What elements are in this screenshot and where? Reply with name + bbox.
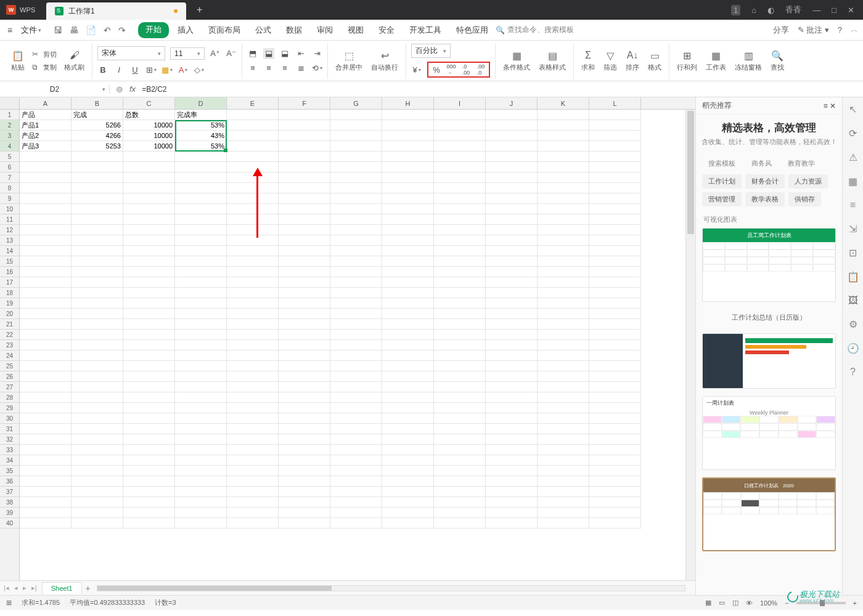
- tab-dev-tools[interactable]: 开发工具: [403, 22, 448, 38]
- cell[interactable]: [279, 120, 330, 131]
- sum-button[interactable]: Σ求和: [579, 48, 597, 73]
- cell[interactable]: [123, 330, 175, 340]
- cell[interactable]: [20, 518, 72, 529]
- cell[interactable]: [123, 152, 175, 162]
- cell[interactable]: [175, 351, 227, 361]
- cell[interactable]: [227, 508, 279, 518]
- col-header[interactable]: D: [175, 97, 227, 109]
- cell[interactable]: [330, 487, 382, 497]
- cell[interactable]: [486, 361, 538, 371]
- cell[interactable]: [123, 518, 175, 529]
- cell[interactable]: [279, 319, 330, 330]
- hamburger-icon[interactable]: ≡: [5, 23, 15, 38]
- cell[interactable]: [279, 235, 330, 246]
- cell[interactable]: [538, 246, 589, 256]
- help-rail-icon[interactable]: ?: [850, 367, 856, 378]
- cell[interactable]: [123, 246, 175, 256]
- view-page-icon[interactable]: ▭: [719, 599, 725, 607]
- cell[interactable]: [20, 267, 72, 277]
- cell[interactable]: [382, 351, 434, 361]
- decrease-decimal-icon[interactable]: .00.0: [475, 64, 486, 75]
- cell[interactable]: [20, 455, 72, 466]
- cell[interactable]: [20, 319, 72, 330]
- increase-decimal-icon[interactable]: .0.00: [460, 64, 472, 75]
- cell[interactable]: [538, 288, 589, 298]
- tag[interactable]: 营销管理: [702, 192, 742, 206]
- row-header[interactable]: 9: [0, 193, 19, 204]
- cell[interactable]: [123, 309, 175, 319]
- row-header[interactable]: 20: [0, 309, 19, 319]
- cell[interactable]: [589, 434, 641, 445]
- cell[interactable]: [589, 246, 641, 256]
- cell[interactable]: [175, 361, 227, 371]
- doc-tab[interactable]: 工作簿1: [46, 2, 186, 20]
- align-right-icon[interactable]: ≡: [279, 63, 290, 74]
- cell[interactable]: 产品: [20, 110, 72, 120]
- cell[interactable]: [279, 214, 330, 225]
- cell[interactable]: [330, 497, 382, 508]
- cell[interactable]: [589, 371, 641, 382]
- select-all-corner[interactable]: [0, 97, 20, 109]
- cell[interactable]: [330, 120, 382, 131]
- cell[interactable]: [175, 434, 227, 445]
- file-menu[interactable]: 文件▾: [16, 22, 46, 38]
- user-icon[interactable]: ◐: [767, 6, 774, 15]
- cell[interactable]: [382, 152, 434, 162]
- cell[interactable]: [382, 288, 434, 298]
- cell[interactable]: [434, 110, 486, 120]
- cell[interactable]: [589, 110, 641, 120]
- cell[interactable]: [175, 445, 227, 455]
- cell[interactable]: [279, 141, 330, 152]
- cell[interactable]: [434, 193, 486, 204]
- cell[interactable]: [382, 193, 434, 204]
- cell[interactable]: [589, 487, 641, 497]
- cell[interactable]: [330, 445, 382, 455]
- row-header[interactable]: 39: [0, 508, 19, 518]
- cell[interactable]: [279, 508, 330, 518]
- cell[interactable]: [20, 466, 72, 476]
- cell[interactable]: [123, 392, 175, 403]
- cell[interactable]: [538, 298, 589, 309]
- cell[interactable]: [20, 476, 72, 487]
- cell[interactable]: [227, 340, 279, 351]
- cell[interactable]: [538, 110, 589, 120]
- cell[interactable]: [20, 424, 72, 434]
- col-header[interactable]: K: [538, 97, 589, 109]
- cell[interactable]: [486, 455, 538, 466]
- tab-special[interactable]: 特色应用: [450, 22, 494, 38]
- tab-page-layout[interactable]: 页面布局: [202, 22, 247, 38]
- underline-icon[interactable]: U: [129, 64, 141, 75]
- cell[interactable]: [434, 183, 486, 193]
- cell[interactable]: [72, 246, 123, 256]
- cell[interactable]: [486, 413, 538, 424]
- cell[interactable]: [434, 361, 486, 371]
- cell[interactable]: [382, 382, 434, 392]
- bold-icon[interactable]: B: [97, 64, 108, 75]
- cell[interactable]: 产品1: [20, 120, 72, 131]
- cell[interactable]: [589, 403, 641, 413]
- cell[interactable]: [538, 277, 589, 288]
- wrap-text-button[interactable]: ↩自动换行: [369, 48, 401, 73]
- cell[interactable]: [72, 434, 123, 445]
- cell[interactable]: [538, 162, 589, 172]
- cell[interactable]: [330, 204, 382, 214]
- currency-icon[interactable]: ¥: [411, 64, 422, 75]
- cell[interactable]: [330, 413, 382, 424]
- cell[interactable]: [227, 518, 279, 529]
- cell[interactable]: 产品3: [20, 141, 72, 152]
- cell[interactable]: [382, 267, 434, 277]
- cell[interactable]: [20, 392, 72, 403]
- cell[interactable]: 完成率: [175, 110, 227, 120]
- cell[interactable]: [538, 225, 589, 235]
- cell[interactable]: [123, 235, 175, 246]
- tag[interactable]: 教育教学: [782, 156, 821, 171]
- cell[interactable]: [434, 319, 486, 330]
- sort-button[interactable]: A↓排序: [623, 48, 642, 73]
- cell[interactable]: [20, 152, 72, 162]
- trace-icon[interactable]: ⊚: [116, 84, 123, 94]
- settings-icon[interactable]: ⚙: [849, 318, 857, 330]
- row-header[interactable]: 8: [0, 183, 19, 193]
- col-header[interactable]: I: [434, 97, 486, 109]
- name-box[interactable]: D2▾: [0, 85, 110, 94]
- cell[interactable]: [175, 204, 227, 214]
